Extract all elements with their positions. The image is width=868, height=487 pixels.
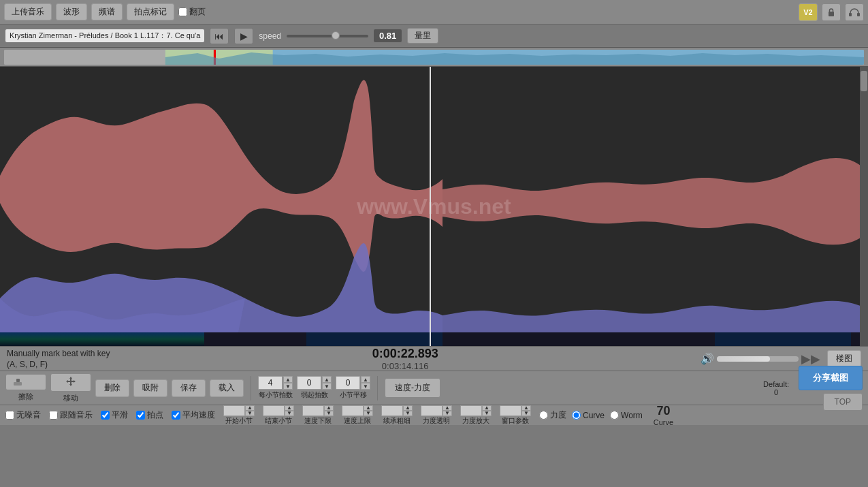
smooth-cb[interactable]: 平滑 <box>101 409 128 421</box>
total-time: 0:03:14.116 <box>382 361 429 371</box>
spectrum-btn[interactable]: 频谱 <box>91 3 123 20</box>
line-width-label: 续承粗细 <box>383 416 411 426</box>
worm-radio[interactable]: Worm <box>610 411 643 420</box>
eraser-icon <box>13 377 22 387</box>
bottom-bar: 无噪音 跟随音乐 平滑 拍点 平均速度 ▲ ▼ 开始小节 ▲ ▼ <box>0 405 868 425</box>
force-zoom-input[interactable] <box>460 405 482 416</box>
start-bar-input[interactable] <box>223 405 245 416</box>
window-param-label: 窗口参数 <box>502 416 529 426</box>
track-info: Krystian Zimerman - Préludes / Book 1 L.… <box>5 29 204 42</box>
overview-bar <box>0 48 868 67</box>
bar-shift-down[interactable]: ▼ <box>361 383 370 390</box>
force-transp-down[interactable]: ▼ <box>443 411 452 416</box>
speed-max-group: ▲ ▼ 速度上限 <box>342 405 373 426</box>
move-label: 移动 <box>63 393 78 403</box>
force-zoom-label: 力度放大 <box>462 416 489 426</box>
speed-min-down[interactable]: ▼ <box>324 411 334 416</box>
beats-per-bar-input[interactable] <box>258 376 283 390</box>
speed-min-label: 速度下限 <box>304 416 332 426</box>
divider-2 <box>377 376 378 400</box>
speed-max-input[interactable] <box>342 405 364 416</box>
volume-icon: 🔊 <box>701 352 714 365</box>
svg-rect-11 <box>715 332 851 346</box>
speed-min-input[interactable] <box>302 405 324 416</box>
line-width-group: ▲ ▼ 续承粗细 <box>381 405 413 426</box>
follow-music-cb[interactable]: 跟随音乐 <box>49 409 93 421</box>
speed-max-down[interactable]: ▼ <box>364 411 373 416</box>
start-bar-group: ▲ ▼ 开始小节 <box>223 405 255 426</box>
confirm-btn[interactable]: 量里 <box>407 28 438 44</box>
beat-offset-input[interactable] <box>297 376 321 390</box>
move-btn[interactable] <box>50 373 91 392</box>
svg-marker-15 <box>69 384 72 386</box>
beats-per-bar-label: 每小节拍数 <box>259 390 293 400</box>
force-radio[interactable]: 力度 <box>539 409 566 421</box>
headphone-icon-btn[interactable] <box>845 3 864 21</box>
waveform-area[interactable]: www.Vmus.net <box>0 67 868 346</box>
overview-track[interactable] <box>4 50 864 65</box>
overview-waveform-svg <box>4 50 864 65</box>
beat-mark-btn[interactable]: 拍点标记 <box>127 3 174 20</box>
line-width-down[interactable]: ▼ <box>403 411 413 416</box>
svg-rect-10 <box>306 332 443 346</box>
speed-min-group: ▲ ▼ 速度下限 <box>302 405 334 426</box>
curve-radio[interactable]: Curve <box>572 411 605 420</box>
move-icon <box>66 377 76 386</box>
beats-per-bar-up[interactable]: ▲ <box>283 376 293 383</box>
bar-shift-input[interactable] <box>336 376 360 390</box>
no-noise-cb[interactable]: 无噪音 <box>5 409 41 421</box>
line-width-input[interactable] <box>381 405 403 416</box>
speed-mode-btn[interactable]: 速度-力度 <box>385 378 440 398</box>
svg-rect-1 <box>849 13 852 16</box>
view-btn[interactable]: 楼图 <box>827 350 861 367</box>
mode-radio-group: 力度 Curve Worm <box>539 409 643 421</box>
speed-slider-container[interactable] <box>287 31 368 41</box>
svg-marker-16 <box>66 380 68 383</box>
lock-icon-btn[interactable] <box>822 3 841 21</box>
force-transp-input[interactable] <box>421 405 443 416</box>
erase-btn[interactable] <box>5 374 46 390</box>
start-bar-down[interactable]: ▼ <box>245 411 255 416</box>
avg-speed-cb[interactable]: 平均速度 <box>172 409 215 421</box>
volume-control[interactable]: 🔊 ▶▶ <box>701 351 820 366</box>
bar-shift-group: ▲ ▼ 小节平移 <box>336 376 370 400</box>
beat-offset-label: 弱起拍数 <box>301 390 328 400</box>
end-bar-input[interactable] <box>263 405 285 416</box>
play-btn[interactable]: ▶ <box>234 28 253 44</box>
curve-note-value: 70 <box>656 404 670 418</box>
svg-rect-13 <box>16 379 20 382</box>
window-param-down[interactable]: ▼ <box>521 411 531 416</box>
beats-per-bar-down[interactable]: ▼ <box>283 383 293 390</box>
v2-icon-btn[interactable]: V2 <box>799 3 818 21</box>
upload-music-btn[interactable]: 上传音乐 <box>4 3 52 20</box>
svg-rect-2 <box>857 13 860 16</box>
default-label: Default: <box>763 380 789 388</box>
speed-max-label: 速度上限 <box>344 416 371 426</box>
beat-cb[interactable]: 拍点 <box>136 409 163 421</box>
bar-shift-label: 小节平移 <box>340 390 367 400</box>
save-btn[interactable]: 保存 <box>172 379 206 397</box>
scrollbar-thumb[interactable] <box>861 71 867 91</box>
volume-track[interactable] <box>717 356 799 362</box>
share-screenshot-btn[interactable]: 分享截图 <box>799 366 863 390</box>
delete-btn[interactable]: 删除 <box>95 379 129 397</box>
divider-1 <box>251 376 251 400</box>
prev-btn[interactable]: ⏮ <box>210 28 229 44</box>
force-zoom-down[interactable]: ▼ <box>482 411 492 416</box>
attach-btn[interactable]: 吸附 <box>133 379 167 397</box>
window-param-input[interactable] <box>500 405 521 416</box>
start-bar-label: 开始小节 <box>225 416 253 426</box>
transport-bar: Krystian Zimerman - Préludes / Book 1 L.… <box>0 25 868 48</box>
waveform-btn[interactable]: 波形 <box>56 3 87 20</box>
beat-offset-down[interactable]: ▼ <box>322 383 332 390</box>
curve-note-label: Curve <box>654 418 673 426</box>
end-bar-down[interactable]: ▼ <box>285 411 294 416</box>
vertical-scrollbar[interactable] <box>860 67 868 346</box>
bar-shift-up[interactable]: ▲ <box>361 376 370 383</box>
speed-label: speed <box>259 31 281 41</box>
load-btn[interactable]: 载入 <box>210 379 244 397</box>
page-flip-checkbox[interactable]: 翻页 <box>178 6 206 18</box>
end-bar-label: 结束小节 <box>265 416 292 426</box>
top-btn[interactable]: TOP <box>823 393 863 411</box>
beat-offset-up[interactable]: ▲ <box>322 376 332 383</box>
